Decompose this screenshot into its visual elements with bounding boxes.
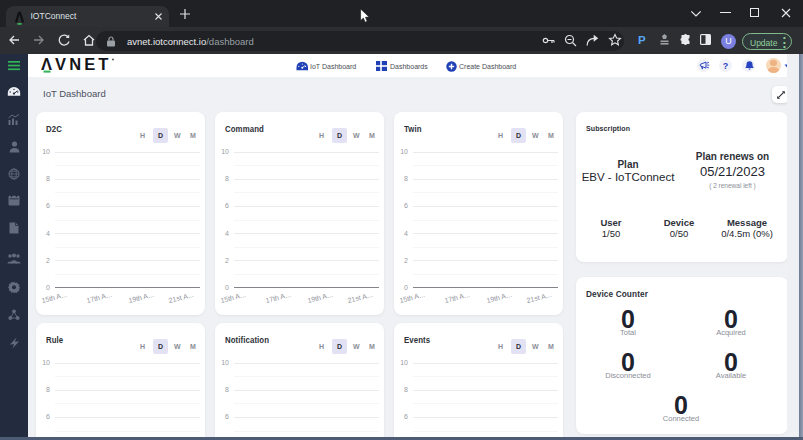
svg-text:ΛVNET: ΛVNET xyxy=(41,55,112,73)
